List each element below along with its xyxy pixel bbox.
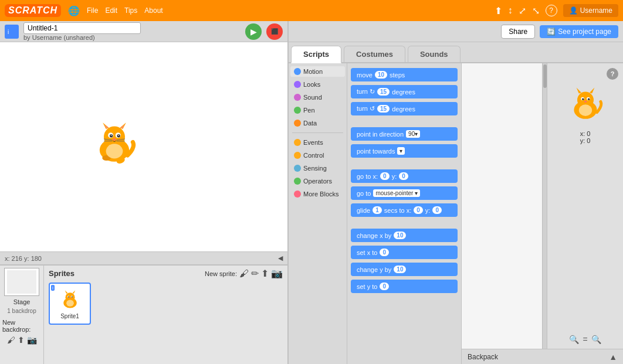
- change-x-block[interactable]: change x by 10: [351, 229, 458, 242]
- change-y-label: change y by: [357, 266, 391, 273]
- operators-dot: [294, 178, 301, 185]
- camera-sprite-icon[interactable]: 📷: [271, 268, 283, 279]
- scripts-tab[interactable]: Scripts: [291, 46, 341, 63]
- upload-backdrop-icon[interactable]: ⬆: [18, 335, 25, 345]
- user-icon: 👤: [569, 6, 578, 15]
- events-category[interactable]: Events: [290, 137, 345, 148]
- glide-x[interactable]: 0: [414, 206, 423, 214]
- username-button[interactable]: 👤 Username: [563, 4, 618, 17]
- upload-sprite-icon[interactable]: ⬆: [261, 268, 269, 279]
- more-blocks-category[interactable]: More Blocks: [290, 189, 345, 199]
- sprite-coords: x: 0 y: 0: [552, 130, 618, 144]
- share-button[interactable]: Share: [501, 25, 535, 39]
- control-category[interactable]: Control: [290, 150, 345, 161]
- tips-menu[interactable]: Tips: [124, 6, 137, 15]
- sprite-item-sprite1[interactable]: i Sprite1: [49, 283, 91, 325]
- stop-button[interactable]: ⬛: [266, 23, 283, 40]
- about-menu[interactable]: About: [144, 6, 162, 15]
- point-dir-dropdown[interactable]: 90▾: [406, 130, 420, 138]
- pen-category[interactable]: Pen: [290, 105, 345, 115]
- expand2-icon[interactable]: ⤡: [532, 5, 540, 16]
- file-menu[interactable]: File: [87, 6, 98, 15]
- stage-label: Stage: [13, 298, 31, 305]
- move-steps-block[interactable]: move 10 steps: [351, 68, 458, 81]
- set-y-label: set y to: [357, 283, 377, 290]
- turn-ccw-block[interactable]: turn ↺ 15 degrees: [351, 102, 458, 115]
- script-area[interactable]: [462, 63, 547, 349]
- glide-label: glide: [357, 207, 370, 214]
- sprite-info-panel: ?: [547, 63, 623, 349]
- glide-block[interactable]: glide 1 secs to x: 0 y: 0: [351, 203, 458, 217]
- motion-label: Motion: [303, 68, 323, 75]
- more-blocks-label: More Blocks: [303, 190, 339, 198]
- data-category[interactable]: Data: [290, 118, 345, 128]
- sprite-items-container: i Sprite1: [49, 283, 283, 325]
- pen-label: Pen: [303, 107, 315, 114]
- zoom-in-icon[interactable]: 🔍: [591, 335, 601, 344]
- move-steps-number[interactable]: 10: [375, 71, 387, 79]
- glide-secs[interactable]: 1: [373, 206, 382, 214]
- sprite-help-icon[interactable]: ?: [607, 68, 618, 80]
- sounds-tab[interactable]: Sounds: [408, 46, 461, 62]
- set-x-number[interactable]: 0: [380, 249, 389, 256]
- zoom-fit-icon[interactable]: =: [583, 335, 587, 344]
- project-name-input[interactable]: Untitled-1: [23, 22, 141, 34]
- upload-icon[interactable]: ⬆: [495, 5, 502, 16]
- point-direction-block[interactable]: point in direction 90▾: [351, 127, 458, 141]
- svg-marker-36: [590, 88, 594, 94]
- sprite-info-badge: i: [51, 285, 55, 291]
- backpack-arrow[interactable]: ▲: [609, 352, 617, 362]
- costumes-tab[interactable]: Costumes: [344, 46, 405, 62]
- see-project-button[interactable]: 🔄 See project page: [540, 25, 618, 38]
- globe-icon[interactable]: 🌐: [68, 5, 80, 16]
- paint-sprite-icon[interactable]: 🖌: [239, 268, 249, 279]
- pen-dot: [294, 107, 301, 114]
- edit-menu[interactable]: Edit: [105, 6, 117, 15]
- palette-scrollbar-thumb[interactable]: [543, 64, 547, 88]
- go-to-xy-block[interactable]: go to x: 0 y: 0: [351, 169, 458, 183]
- edit-sprite-icon[interactable]: ✏: [251, 268, 259, 279]
- collapse-arrow[interactable]: ◀: [278, 254, 283, 262]
- green-flag-button[interactable]: ▶: [245, 23, 262, 40]
- looks-label: Looks: [303, 81, 320, 88]
- set-x-block[interactable]: set x to 0: [351, 246, 458, 259]
- left-panel: i Untitled-1 by Username (unshared) ▶ ⬛: [0, 21, 287, 364]
- point-towards-dropdown[interactable]: ▾: [397, 147, 405, 155]
- looks-dot: [294, 81, 301, 88]
- glide-secs-label: secs to x:: [384, 207, 411, 214]
- stage-thumbnail[interactable]: [4, 268, 39, 296]
- change-y-block[interactable]: change y by 10: [351, 263, 458, 276]
- operators-category[interactable]: Operators: [290, 176, 345, 186]
- sprites-title: Sprites: [49, 269, 75, 278]
- coordinates-text: x: 216 y: 180: [5, 255, 42, 262]
- go-to-block[interactable]: go to mouse-pointer ▾: [351, 186, 458, 200]
- goto-y-number[interactable]: 0: [399, 172, 408, 180]
- sound-category[interactable]: Sound: [290, 92, 345, 103]
- arrows-icon[interactable]: ↕: [508, 5, 513, 16]
- stage-title-section: Untitled-1 by Username (unshared): [23, 22, 241, 41]
- help-icon[interactable]: ?: [546, 5, 557, 16]
- sensing-category[interactable]: Sensing: [290, 163, 345, 174]
- goto-x-number[interactable]: 0: [380, 172, 390, 180]
- palette-scrollbar-track[interactable]: [542, 63, 547, 349]
- looks-category[interactable]: Looks: [290, 79, 345, 90]
- change-x-number[interactable]: 10: [394, 232, 406, 239]
- set-y-number[interactable]: 0: [380, 283, 389, 290]
- stage-header: i Untitled-1 by Username (unshared) ▶ ⬛: [0, 21, 287, 42]
- scratch-logo[interactable]: SCRATCH: [5, 4, 61, 17]
- turn-cw-number[interactable]: 15: [377, 88, 390, 96]
- change-y-number[interactable]: 10: [394, 266, 406, 273]
- svg-point-31: [69, 298, 70, 299]
- point-towards-block[interactable]: point towards ▾: [351, 144, 458, 158]
- turn-ccw-number[interactable]: 15: [377, 105, 390, 113]
- set-y-block[interactable]: set y to 0: [351, 280, 458, 293]
- paint-backdrop-icon[interactable]: 🖌: [7, 335, 15, 345]
- sprite-info-top: ?: [552, 68, 618, 80]
- expand-icon[interactable]: ⤢: [519, 5, 526, 16]
- camera-backdrop-icon[interactable]: 📷: [27, 335, 37, 345]
- zoom-out-icon[interactable]: 🔍: [569, 335, 579, 344]
- go-to-dropdown[interactable]: mouse-pointer ▾: [373, 189, 420, 197]
- motion-category[interactable]: Motion: [290, 66, 345, 77]
- glide-y[interactable]: 0: [432, 206, 442, 214]
- turn-cw-block[interactable]: turn ↻ 15 degrees: [351, 85, 458, 98]
